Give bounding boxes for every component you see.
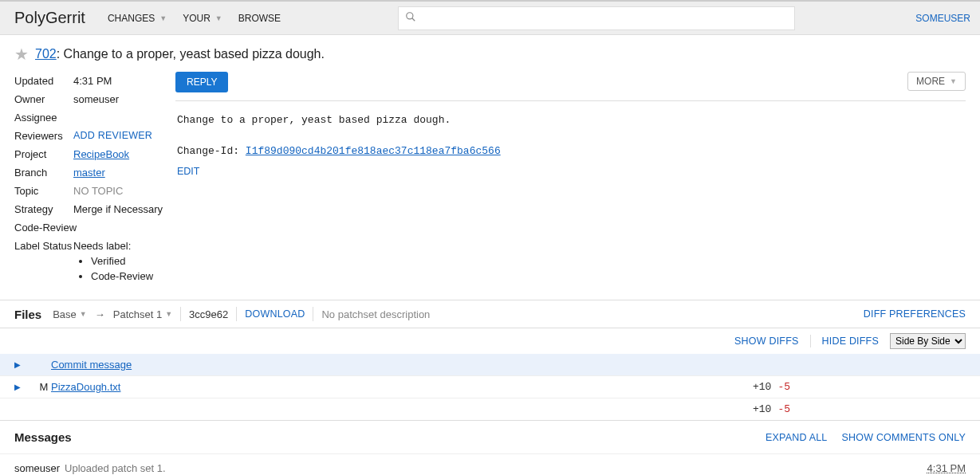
strategy-label: Strategy: [14, 202, 73, 217]
nav-your[interactable]: YOUR▼: [175, 13, 230, 24]
chevron-down-icon: ▼: [80, 310, 87, 318]
meta-panel: Updated4:31 PM Ownersomeuser Assignee Re…: [14, 72, 172, 285]
messages-header: Messages EXPAND ALL SHOW COMMENTS ONLY: [0, 421, 980, 454]
needed-labels-list: Verified Code-Review: [73, 253, 172, 284]
diff-toolbar: SHOW DIFFS HIDE DIFFS Side By Side: [0, 328, 980, 354]
arrow-icon: →: [95, 308, 105, 320]
strategy-value: Merge if Necessary: [73, 202, 172, 217]
file-row[interactable]: ▶ M PizzaDough.txt +10-5: [0, 376, 980, 398]
separator: [810, 335, 811, 347]
show-comments-only-link[interactable]: SHOW COMMENTS ONLY: [842, 432, 966, 443]
file-delta: +10-5: [753, 381, 790, 393]
topic-label: Topic: [14, 183, 73, 198]
labelstatus-text: Needs label:: [73, 240, 131, 252]
change-number-link[interactable]: 702: [35, 47, 57, 61]
svg-point-0: [407, 13, 413, 19]
change-title-row: ★ 702: Change to a proper, yeast based p…: [0, 35, 980, 72]
assignee-value: [73, 110, 172, 125]
list-item: Verified: [91, 253, 172, 269]
nav-your-label: YOUR: [183, 13, 211, 24]
nav-browse-label: BROWSE: [238, 13, 281, 24]
expand-all-link[interactable]: EXPAND ALL: [766, 432, 828, 443]
updated-value: 4:31 PM: [73, 73, 172, 88]
message-text: Uploaded patch set 1.: [65, 462, 165, 474]
main-panel: REPLY MORE▼ Change to a proper, yeast ba…: [175, 72, 966, 285]
user-menu[interactable]: SOMEUSER: [915, 13, 970, 24]
chevron-down-icon: ▼: [159, 14, 167, 22]
separator: [313, 307, 313, 321]
hide-diffs-link[interactable]: HIDE DIFFS: [822, 336, 879, 347]
branch-link[interactable]: master: [73, 167, 105, 179]
diff-preferences-link[interactable]: DIFF PREFERENCES: [864, 308, 966, 320]
branch-label: Branch: [14, 165, 73, 180]
more-button-label: MORE: [916, 76, 945, 87]
labelstatus-value: Needs label: Verified Code-Review: [73, 238, 172, 284]
codereview-label: Code-Review: [14, 220, 86, 235]
download-link[interactable]: DOWNLOAD: [245, 308, 305, 320]
expand-icon[interactable]: ▶: [14, 360, 22, 369]
reply-button[interactable]: REPLY: [175, 72, 228, 92]
search-icon: [399, 11, 423, 25]
change-heading: 702: Change to a proper, yeast based piz…: [35, 47, 325, 61]
change-id-link[interactable]: I1f89d090cd4b201fe818aec37c118ea7fba6c56…: [246, 145, 501, 157]
reviewers-label: Reviewers: [14, 128, 73, 143]
commit-message: Change to a proper, yeast based pizza do…: [175, 101, 966, 163]
chevron-down-icon: ▼: [165, 310, 172, 318]
patchset-hash: 3cc9e62: [189, 308, 228, 320]
files-label: Files: [14, 308, 41, 321]
svg-line-1: [412, 18, 415, 22]
add-reviewer-link[interactable]: ADD REVIEWER: [73, 128, 172, 143]
assignee-label: Assignee: [14, 110, 73, 125]
file-totals-row: +10-5: [0, 398, 980, 421]
target-patchset-selector[interactable]: Patchset 1▼: [113, 308, 172, 320]
search-input[interactable]: [423, 7, 794, 29]
body-wrap: Updated4:31 PM Ownersomeuser Assignee Re…: [0, 72, 980, 300]
separator: [180, 307, 181, 321]
commit-message-text: Change to a proper, yeast based pizza do…: [177, 114, 451, 126]
codereview-value: [86, 220, 172, 235]
patchset-description[interactable]: No patchset description: [321, 308, 430, 320]
target-patchset-label: Patchset 1: [113, 308, 162, 320]
search-box[interactable]: [398, 6, 795, 30]
base-patchset-selector[interactable]: Base▼: [53, 308, 87, 320]
topic-value: NO TOPIC: [73, 183, 172, 198]
totals-delta: +10-5: [753, 403, 790, 415]
lines-removed: -5: [777, 381, 790, 393]
expand-icon[interactable]: ▶: [14, 383, 22, 391]
chevron-down-icon: ▼: [215, 14, 222, 22]
messages-label: Messages: [14, 430, 72, 444]
message-time: 4:31 PM: [927, 462, 966, 474]
file-status: M: [37, 381, 51, 393]
files-bar: Files Base▼ → Patchset 1▼ 3cc9e62 DOWNLO…: [0, 300, 980, 328]
star-icon[interactable]: ★: [14, 45, 29, 64]
app-logo[interactable]: PolyGerrit: [14, 9, 85, 27]
edit-commit-message-link[interactable]: EDIT: [175, 163, 201, 177]
lines-added: +10: [753, 381, 771, 393]
file-link[interactable]: PizzaDough.txt: [51, 381, 120, 393]
search-wrap: [289, 6, 904, 30]
commit-message-file-link[interactable]: Commit message: [51, 359, 132, 371]
owner-value[interactable]: someuser: [73, 92, 172, 107]
project-link[interactable]: RecipeBook: [73, 148, 129, 160]
message-author: someuser: [14, 462, 60, 474]
show-diffs-link[interactable]: SHOW DIFFS: [734, 336, 798, 347]
nav-changes[interactable]: CHANGES▼: [100, 13, 175, 24]
file-row-commit-message[interactable]: ▶ Commit message: [0, 354, 980, 376]
header-bar: PolyGerrit CHANGES▼ YOUR▼ BROWSE SOMEUSE…: [0, 0, 980, 35]
base-patchset-label: Base: [53, 308, 77, 320]
nav-browse[interactable]: BROWSE: [230, 13, 289, 24]
chevron-down-icon: ▼: [950, 77, 957, 85]
project-label: Project: [14, 147, 73, 162]
message-row[interactable]: someuser Uploaded patch set 1. 4:31 PM: [0, 454, 980, 475]
change-id-key: Change-Id:: [177, 145, 246, 157]
nav-changes-label: CHANGES: [108, 13, 155, 24]
separator: [236, 307, 237, 321]
total-lines-added: +10: [753, 403, 771, 415]
change-title: : Change to a proper, yeast based pizza …: [57, 47, 325, 61]
owner-label: Owner: [14, 92, 73, 107]
more-button[interactable]: MORE▼: [907, 72, 966, 91]
updated-label: Updated: [14, 73, 73, 88]
action-bar: REPLY MORE▼: [175, 72, 966, 101]
diff-view-select[interactable]: Side By Side: [890, 333, 966, 349]
total-lines-removed: -5: [777, 403, 790, 415]
